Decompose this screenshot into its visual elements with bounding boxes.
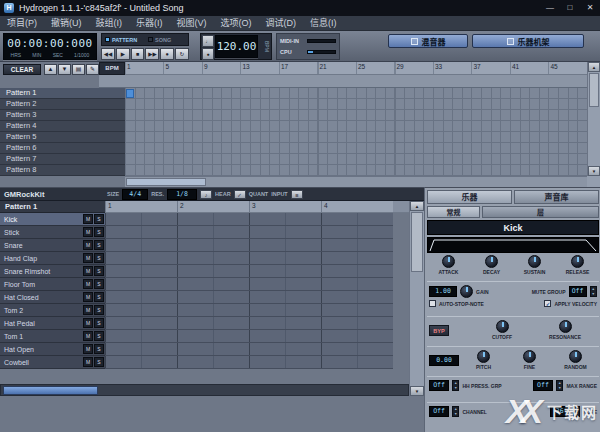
attack-knob[interactable] (442, 255, 455, 268)
move-down-button[interactable]: ▼ (58, 64, 71, 75)
solo-button[interactable]: S (94, 253, 104, 263)
sustain-knob[interactable] (528, 255, 541, 268)
mute-button[interactable]: M (83, 305, 93, 315)
instrument-name[interactable]: Tom 1 (4, 333, 83, 340)
size-selector[interactable]: 4/4 (122, 189, 148, 200)
menu-item-debug[interactable]: 调试(D) (259, 16, 304, 30)
pattern-mode-toggle[interactable]: PATTERN (102, 34, 145, 45)
instrument-name[interactable]: Cowbell (4, 359, 83, 366)
instrument-row[interactable]: KickMS (0, 213, 409, 226)
titlebar[interactable]: H Hydrogen 1.1.1-'c845af2f' - Untitled S… (0, 0, 600, 16)
instrument-rack-button[interactable]: 乐器机架 (472, 34, 584, 48)
solo-button[interactable]: S (94, 240, 104, 250)
maximize-button[interactable]: □ (560, 0, 580, 16)
note-grid-row[interactable] (105, 330, 393, 343)
select-mode-button[interactable]: ▤ (72, 64, 85, 75)
instrument-name[interactable]: Hand Clap (4, 255, 83, 262)
mute-group-spinner[interactable]: ▲▼ (590, 286, 597, 297)
note-grid-row[interactable] (105, 304, 393, 317)
subtab-layers[interactable]: 层 (482, 206, 599, 218)
scroll-thumb[interactable] (3, 386, 98, 395)
instrument-row[interactable]: Tom 1MS (0, 330, 409, 343)
pitch-random-knob[interactable] (569, 350, 582, 363)
note-grid-row[interactable] (105, 278, 393, 291)
instrument-row[interactable]: StickMS (0, 226, 409, 239)
midi-channel-display[interactable]: Off (429, 406, 449, 417)
solo-button[interactable]: S (94, 227, 104, 237)
menu-item-undo[interactable]: 撤销(U) (44, 16, 89, 30)
mute-button[interactable]: M (83, 344, 93, 354)
note-grid-row[interactable] (105, 356, 393, 369)
note-grid-row[interactable] (105, 226, 393, 239)
solo-button[interactable]: S (94, 279, 104, 289)
solo-button[interactable]: S (94, 357, 104, 367)
menu-item-drumkits[interactable]: 鼓组(I) (89, 16, 130, 30)
mixer-button[interactable]: 混音器 (388, 34, 468, 48)
instrument-name[interactable]: Stick (4, 229, 83, 236)
quantize-toggle[interactable]: ✓ (234, 190, 246, 199)
scroll-thumb[interactable] (126, 178, 206, 186)
instrument-name[interactable]: Floor Tom (4, 281, 83, 288)
note-grid-row[interactable] (105, 291, 393, 304)
solo-button[interactable]: S (94, 305, 104, 315)
instrument-row[interactable]: Hat OpenMS (0, 343, 409, 356)
hear-notes-toggle[interactable]: ♪ (200, 190, 212, 199)
tap-tempo-button[interactable]: ● (202, 48, 214, 60)
draw-mode-button[interactable]: ✎ (86, 64, 99, 75)
subtab-general[interactable]: 常规 (427, 206, 480, 218)
mute-button[interactable]: M (83, 214, 93, 224)
instrument-row[interactable]: SnareMS (0, 239, 409, 252)
note-grid-row[interactable] (105, 265, 393, 278)
timeline-tag-ruler[interactable] (99, 75, 587, 88)
mute-button[interactable]: M (83, 318, 93, 328)
play-button[interactable]: ▶ (116, 48, 130, 60)
cutoff-knob[interactable] (496, 320, 509, 333)
instrument-name[interactable]: Kick (4, 216, 83, 223)
mute-button[interactable]: M (83, 253, 93, 263)
solo-button[interactable]: S (94, 318, 104, 328)
instrument-row[interactable]: Snare RimshotMS (0, 265, 409, 278)
pattern-list-item[interactable]: Pattern 1 (0, 88, 125, 99)
instrument-row[interactable]: Hat ClosedMS (0, 291, 409, 304)
pattern-list-item[interactable]: Pattern 6 (0, 143, 125, 154)
pattern-list-item[interactable]: Pattern 5 (0, 132, 125, 143)
gain-display[interactable]: 1.00 (429, 286, 457, 297)
move-up-button[interactable]: ▲ (44, 64, 57, 75)
menu-item-view[interactable]: 视图(V) (170, 16, 214, 30)
pattern-list-item[interactable]: Pattern 8 (0, 165, 125, 176)
skip-back-button[interactable]: ◀◀ (101, 48, 115, 60)
instrument-row[interactable]: Hand ClapMS (0, 252, 409, 265)
tab-sound-library[interactable]: 声音库 (514, 190, 599, 204)
metronome-button[interactable]: ♩ (202, 35, 214, 47)
instrument-row[interactable]: Floor TomMS (0, 278, 409, 291)
solo-button[interactable]: S (94, 331, 104, 341)
midi-note-spinner[interactable]: ▲▼ (573, 406, 580, 417)
input-mode-toggle[interactable]: ≡ (291, 190, 303, 199)
song-mode-toggle[interactable]: SONG (145, 34, 188, 45)
spin-down-icon[interactable]: ▼ (557, 386, 562, 391)
timeline-bpm-button[interactable]: BPM (99, 62, 125, 75)
song-timeline-ruler[interactable]: 1 5 9 13 17 21 25 29 33 37 41 45 49 (125, 62, 587, 75)
active-sequence-cell[interactable] (126, 89, 134, 98)
apply-velocity-checkbox[interactable]: ✓ (544, 300, 551, 307)
solo-button[interactable]: S (94, 292, 104, 302)
menu-item-info[interactable]: 信息(I) (303, 16, 344, 30)
pattern-ruler[interactable]: 1 2 3 4 (105, 201, 393, 213)
instrument-name[interactable]: Tom 2 (4, 307, 83, 314)
scroll-down-icon[interactable]: ▼ (588, 166, 600, 176)
decay-knob[interactable] (485, 255, 498, 268)
solo-button[interactable]: S (94, 214, 104, 224)
spin-down-icon[interactable]: ▼ (591, 292, 596, 297)
instrument-name-display[interactable]: Kick (427, 220, 599, 235)
loop-button[interactable]: ↻ (175, 48, 189, 60)
note-grid-row[interactable] (105, 213, 393, 226)
instrument-name[interactable]: Snare (4, 242, 83, 249)
mute-button[interactable]: M (83, 292, 93, 302)
spin-down-icon[interactable]: ▼ (453, 386, 458, 391)
stop-button[interactable]: ■ (131, 48, 145, 60)
mute-group-display[interactable]: Off (569, 286, 587, 297)
mute-button[interactable]: M (83, 227, 93, 237)
hh-group-spinner[interactable]: ▲▼ (452, 380, 459, 391)
pitch-display[interactable]: 0.00 (429, 355, 459, 366)
auto-stop-checkbox[interactable] (429, 300, 436, 307)
